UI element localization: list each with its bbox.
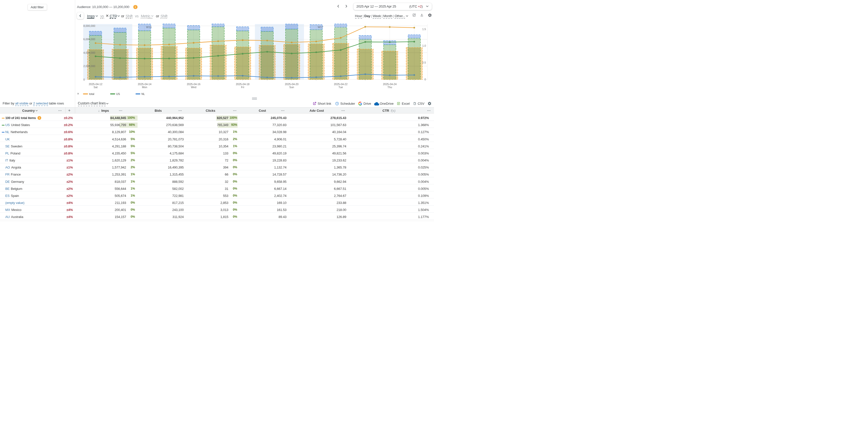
- svg-text:2025-04-14: 2025-04-14: [138, 82, 151, 86]
- svg-text:Sun: Sun: [289, 86, 294, 89]
- svg-text:2025-04-18: 2025-04-18: [236, 82, 249, 86]
- svg-text:2025-04-20: 2025-04-20: [285, 82, 299, 86]
- svg-text:Thu: Thu: [388, 86, 392, 89]
- svg-text:0: 0: [84, 78, 85, 81]
- svg-text:1.0: 1.0: [422, 44, 426, 47]
- svg-text:Mon: Mon: [142, 86, 147, 89]
- svg-text:1.5: 1.5: [422, 28, 426, 31]
- svg-text:2025-04-16: 2025-04-16: [187, 82, 200, 86]
- svg-text:Wed: Wed: [191, 86, 196, 89]
- svg-text:W17: W17: [318, 26, 323, 29]
- svg-text:2025-04-22: 2025-04-22: [334, 82, 347, 86]
- svg-text:Fri: Fri: [241, 86, 244, 89]
- svg-text:2,000,000: 2,000,000: [84, 65, 95, 68]
- svg-text:Sat: Sat: [94, 86, 98, 89]
- svg-text:2025-04-24: 2025-04-24: [383, 82, 397, 86]
- svg-text:W16: W16: [146, 26, 152, 29]
- svg-text:8,000,000: 8,000,000: [84, 24, 95, 27]
- svg-text:2025-04-12: 2025-04-12: [89, 82, 102, 86]
- svg-text:Tue: Tue: [338, 86, 343, 89]
- svg-text:0: 0: [425, 78, 426, 81]
- svg-text:4,000,000: 4,000,000: [84, 51, 95, 54]
- svg-text:6,000,000: 6,000,000: [84, 38, 95, 41]
- svg-text:0.5: 0.5: [422, 61, 426, 64]
